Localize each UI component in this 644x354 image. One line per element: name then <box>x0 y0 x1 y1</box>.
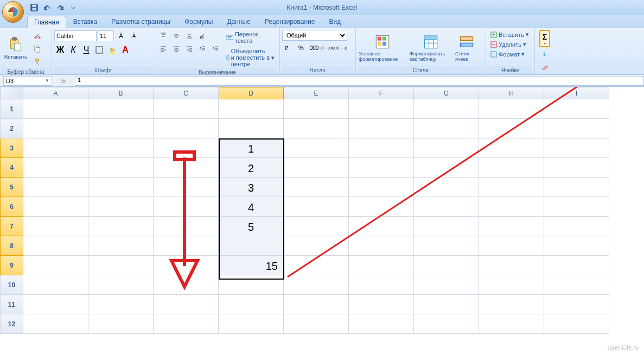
row-head-3[interactable]: 3 <box>1 138 23 158</box>
orientation[interactable]: ab <box>196 30 208 42</box>
cell-D5[interactable]: 3 <box>219 178 284 197</box>
grow-font[interactable]: Â <box>115 30 127 42</box>
row-head-9[interactable]: 9 <box>1 256 23 275</box>
clear-button[interactable] <box>539 61 551 73</box>
row-head-8[interactable]: 8 <box>1 236 23 256</box>
worksheet-grid[interactable]: A B C D E F G H I 1 2 31 42 53 64 75 8 9… <box>0 87 609 334</box>
format-cells[interactable]: Формат ▾ <box>488 49 527 59</box>
increase-indent[interactable] <box>209 43 221 55</box>
tab-data[interactable]: Данные <box>220 15 257 28</box>
decrease-indent[interactable] <box>196 43 208 55</box>
name-box[interactable]: D3▼ <box>3 76 52 86</box>
percent-format[interactable]: % <box>295 42 307 54</box>
row-head-4[interactable]: 4 <box>1 158 23 178</box>
merge-center[interactable]: Объединить и поместить в центре ▾ <box>224 47 277 68</box>
svg-rect-10 <box>36 47 40 52</box>
select-all-corner[interactable] <box>1 87 23 99</box>
col-head-I[interactable]: I <box>544 87 609 99</box>
format-as-table[interactable]: Форматировать как таблицу <box>409 30 452 66</box>
tab-formulas[interactable]: Формулы <box>177 15 220 28</box>
cell-D9[interactable]: 15 <box>219 256 284 275</box>
group-label-cells: Ячейки <box>488 66 532 74</box>
shrink-font[interactable]: Ǎ <box>128 30 140 42</box>
comma-format[interactable]: 000 <box>308 42 320 54</box>
row-head-6[interactable]: 6 <box>1 197 23 217</box>
col-head-A[interactable]: A <box>23 87 88 99</box>
conditional-formatting[interactable]: Условное форматирование <box>358 30 407 66</box>
format-painter-button[interactable] <box>31 56 43 68</box>
svg-rect-22 <box>382 42 386 46</box>
qat-undo[interactable] <box>41 2 53 14</box>
fill-button[interactable] <box>539 48 551 60</box>
cut-button[interactable] <box>31 30 43 42</box>
tab-home[interactable]: Главная <box>27 16 66 28</box>
align-right[interactable] <box>183 43 195 55</box>
font-size-input[interactable] <box>98 30 114 41</box>
insert-cells[interactable]: Вставить ▾ <box>488 30 531 39</box>
col-head-F[interactable]: F <box>349 87 414 99</box>
underline-button[interactable]: Ч <box>80 44 92 56</box>
svg-rect-2 <box>33 5 36 7</box>
border-button[interactable] <box>93 44 105 56</box>
col-head-C[interactable]: C <box>154 87 219 99</box>
fx-button[interactable]: fx <box>55 78 72 84</box>
fill-color-button[interactable] <box>106 44 118 56</box>
qat-redo[interactable] <box>54 2 66 14</box>
col-head-D[interactable]: D <box>219 87 284 99</box>
tab-insert[interactable]: Вставка <box>66 15 105 28</box>
group-label-clipboard: Буфер обмена <box>2 68 49 76</box>
row-head-11[interactable]: 11 <box>1 295 23 314</box>
italic-button[interactable]: К <box>67 44 79 56</box>
office-button[interactable] <box>2 1 24 23</box>
qat-save[interactable] <box>28 2 40 14</box>
font-name-input[interactable] <box>54 30 97 41</box>
accounting-format[interactable]: ₽ <box>282 42 294 54</box>
decrease-decimal[interactable]: ,00→,0 <box>334 42 346 54</box>
group-label-styles: Стили <box>358 66 483 74</box>
align-bottom[interactable] <box>183 30 195 42</box>
increase-decimal[interactable]: ,0→,00 <box>321 42 333 54</box>
align-left[interactable] <box>157 43 169 55</box>
cell-D6[interactable]: 4 <box>219 197 284 217</box>
row-head-5[interactable]: 5 <box>1 178 23 197</box>
autosum-button[interactable]: Σ ▾ <box>539 30 550 47</box>
svg-rect-19 <box>378 37 381 41</box>
delete-cells[interactable]: Удалить ▾ <box>488 40 528 49</box>
svg-rect-20 <box>382 37 386 41</box>
align-top[interactable] <box>157 30 169 42</box>
cell-D4[interactable]: 2 <box>219 158 284 178</box>
row-head-2[interactable]: 2 <box>1 119 23 138</box>
cell-styles[interactable]: Стили ячеек <box>455 30 479 66</box>
cell-D8[interactable] <box>219 236 284 256</box>
formula-input[interactable]: 1 <box>75 76 644 86</box>
row-head-12[interactable]: 12 <box>1 314 23 334</box>
align-middle[interactable] <box>170 30 182 42</box>
tab-review[interactable]: Рецензирование <box>258 15 322 28</box>
number-format-select[interactable]: Общий <box>282 30 347 41</box>
align-center[interactable] <box>170 43 182 55</box>
col-head-H[interactable]: H <box>479 87 544 99</box>
cell-D3[interactable]: 1 <box>219 138 284 158</box>
watermark: User-Life.ru <box>608 344 639 351</box>
svg-text:ab: ab <box>200 35 204 39</box>
col-head-E[interactable]: E <box>284 87 349 99</box>
svg-rect-12 <box>96 47 103 53</box>
col-head-G[interactable]: G <box>414 87 479 99</box>
svg-rect-5 <box>12 37 16 40</box>
qat-customize[interactable] <box>67 2 79 14</box>
paste-button[interactable]: Вставить <box>2 30 29 66</box>
tab-page-layout[interactable]: Разметка страницы <box>104 15 177 28</box>
col-head-B[interactable]: B <box>88 87 154 99</box>
wrap-text[interactable]: Перенос текста <box>224 30 277 45</box>
tab-view[interactable]: Вид <box>322 15 348 28</box>
group-label-number: Число <box>282 66 353 74</box>
svg-rect-29 <box>491 52 496 57</box>
row-head-10[interactable]: 10 <box>1 275 23 295</box>
row-head-1[interactable]: 1 <box>1 99 23 119</box>
row-head-7[interactable]: 7 <box>1 217 23 236</box>
cell-D7[interactable]: 5 <box>219 217 284 236</box>
font-color-button[interactable]: A <box>119 44 131 56</box>
bold-button[interactable]: Ж <box>54 44 66 56</box>
svg-rect-21 <box>378 42 381 46</box>
copy-button[interactable] <box>31 43 43 55</box>
